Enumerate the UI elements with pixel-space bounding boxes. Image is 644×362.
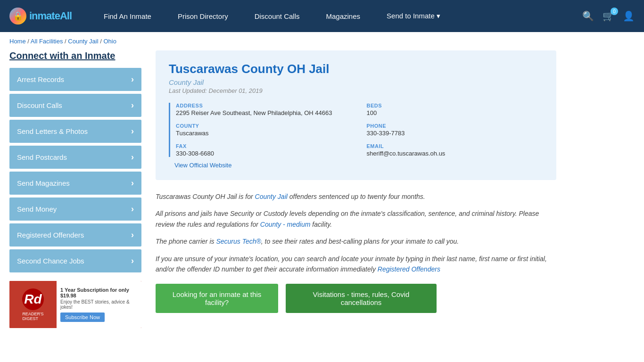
sidebar-item-second-chance-jobs[interactable]: Second Chance Jobs ›	[9, 249, 141, 272]
main-nav: 🔒 inmateAll Find An Inmate Prison Direct…	[0, 0, 644, 32]
securus-tech-link[interactable]: Securus Tech®	[216, 238, 261, 245]
bottom-buttons: Looking for an inmate at this facility? …	[156, 284, 556, 313]
cart-badge: 0	[611, 8, 618, 15]
address-block: ADDRESS 2295 Reiser Ave Southeast, New P…	[176, 103, 353, 116]
phone-value: 330-339-7783	[367, 130, 544, 137]
chevron-right-icon: ›	[131, 204, 134, 214]
sidebar-title: Connect with an Inmate	[9, 50, 141, 61]
chevron-right-icon: ›	[131, 152, 134, 162]
breadcrumb-all-facilities[interactable]: All Facilities	[31, 38, 63, 45]
address-value: 2295 Reiser Ave Southeast, New Philadelp…	[176, 109, 353, 116]
sidebar-item-send-letters[interactable]: Send Letters & Photos ›	[9, 120, 141, 143]
county-label: COUNTY	[176, 123, 353, 129]
email-value: sheriff@co.tuscarawas.oh.us	[367, 150, 544, 157]
description-para4: If you are unsure of your inmate's locat…	[156, 254, 556, 275]
phone-block: PHONE 330-339-7783	[367, 123, 544, 137]
email-block: EMAIL sheriff@co.tuscarawas.oh.us	[367, 143, 544, 157]
sidebar: Connect with an Inmate Arrest Records › …	[9, 50, 141, 328]
sidebar-item-send-postcards[interactable]: Send Postcards ›	[9, 146, 141, 169]
sidebar-item-arrest-records[interactable]: Arrest Records ›	[9, 68, 141, 91]
chevron-right-icon: ›	[131, 126, 134, 136]
breadcrumb-ohio[interactable]: Ohio	[103, 38, 116, 45]
ad-logo-label: READER'SDIGEST	[22, 312, 43, 321]
chevron-right-icon: ›	[131, 74, 134, 84]
chevron-right-icon: ›	[131, 178, 134, 188]
facility-card: Tuscarawas County OH Jail County Jail La…	[156, 50, 556, 180]
search-button[interactable]: 🔍	[582, 10, 594, 22]
breadcrumb-county-jail[interactable]: County Jail	[68, 38, 98, 45]
county-medium-link[interactable]: County - medium	[260, 221, 311, 228]
description-para1: Tuscarawas County OH Jail is for County …	[156, 191, 556, 202]
beds-label: BEDS	[367, 103, 544, 108]
facility-name: Tuscarawas County OH Jail	[169, 62, 543, 76]
sidebar-label-discount-calls: Discount Calls	[17, 101, 62, 109]
sidebar-label-second-chance-jobs: Second Chance Jobs	[17, 257, 84, 265]
subscribe-button[interactable]: Subscribe Now	[60, 313, 105, 322]
facility-info-grid: ADDRESS 2295 Reiser Ave Southeast, New P…	[169, 103, 543, 157]
sidebar-item-registered-offenders[interactable]: Registered Offenders ›	[9, 223, 141, 247]
facility-updated: Last Updated: December 01, 2019	[169, 87, 543, 94]
county-jail-link[interactable]: County Jail	[255, 193, 288, 200]
fax-block: FAX 330-308-6680	[176, 143, 353, 157]
nav-discount-calls[interactable]: Discount Calls	[241, 0, 313, 32]
visitations-button[interactable]: Visitations - times, rules, Covid cancel…	[286, 284, 437, 313]
description-para2: All prisons and jails have Security or C…	[156, 208, 556, 230]
ad-line1: 1 Year Subscription for only $19.98	[60, 287, 138, 298]
ad-content: 1 Year Subscription for only $19.98 Enjo…	[57, 281, 141, 328]
sidebar-label-registered-offenders: Registered Offenders	[17, 231, 84, 239]
description-section: Tuscarawas County OH Jail is for County …	[156, 191, 556, 274]
advertisement: Rd READER'SDIGEST 1 Year Subscription fo…	[9, 281, 141, 328]
registered-offenders-link[interactable]: Registered Offenders	[378, 265, 440, 273]
ad-inner: Rd READER'SDIGEST 1 Year Subscription fo…	[9, 281, 141, 328]
logo-text: inmateAll	[29, 10, 72, 22]
beds-value: 100	[367, 109, 544, 116]
email-label: EMAIL	[367, 143, 544, 149]
chevron-right-icon: ›	[131, 256, 134, 266]
fax-value: 330-308-6680	[176, 150, 353, 157]
fax-label: FAX	[176, 143, 353, 149]
find-inmate-button[interactable]: Looking for an inmate at this facility?	[156, 284, 278, 313]
ad-logo-area: Rd READER'SDIGEST	[9, 281, 57, 328]
sidebar-label-send-money: Send Money	[17, 205, 57, 213]
facility-type: County Jail	[169, 78, 543, 86]
phone-label: PHONE	[367, 123, 544, 129]
nav-prison-directory[interactable]: Prison Directory	[165, 0, 241, 32]
cart-button[interactable]: 🛒 0	[603, 10, 614, 22]
official-website-link[interactable]: View Official Website	[169, 162, 231, 169]
main-container: Connect with an Inmate Arrest Records › …	[0, 50, 566, 347]
nav-send-to-inmate[interactable]: Send to Inmate ▾	[373, 0, 454, 32]
sidebar-label-send-magazines: Send Magazines	[17, 179, 70, 187]
nav-links: Find An Inmate Prison Directory Discount…	[91, 0, 582, 32]
chevron-right-icon: ›	[131, 100, 134, 110]
main-content: Tuscarawas County OH Jail County Jail La…	[156, 50, 556, 328]
ad-line2: Enjoy the BEST stories, advice & jokes!	[60, 299, 138, 310]
sidebar-item-send-money[interactable]: Send Money ›	[9, 197, 141, 221]
account-button[interactable]: 👤	[623, 10, 635, 22]
beds-block: BEDS 100	[367, 103, 544, 116]
chevron-right-icon: ›	[131, 230, 134, 240]
county-block: COUNTY Tuscarawas	[176, 123, 353, 137]
sidebar-label-send-letters: Send Letters & Photos	[17, 127, 88, 135]
logo-icon: 🔒	[9, 8, 26, 25]
sidebar-item-discount-calls[interactable]: Discount Calls ›	[9, 94, 141, 117]
sidebar-label-arrest-records: Arrest Records	[17, 75, 64, 83]
county-value: Tuscarawas	[176, 130, 353, 137]
readers-digest-logo: Rd	[22, 288, 44, 310]
breadcrumb: Home / All Facilities / County Jail / Oh…	[0, 32, 644, 50]
breadcrumb-home[interactable]: Home	[9, 38, 26, 45]
address-label: ADDRESS	[176, 103, 353, 108]
nav-find-inmate[interactable]: Find An Inmate	[91, 0, 165, 32]
description-para3: The phone carrier is Securus Tech®, to s…	[156, 236, 556, 247]
sidebar-item-send-magazines[interactable]: Send Magazines ›	[9, 172, 141, 195]
nav-magazines[interactable]: Magazines	[313, 0, 374, 32]
sidebar-menu: Arrest Records › Discount Calls › Send L…	[9, 68, 141, 272]
nav-icons: 🔍 🛒 0 👤	[582, 10, 635, 22]
logo[interactable]: 🔒 inmateAll	[9, 8, 72, 25]
sidebar-label-send-postcards: Send Postcards	[17, 153, 67, 161]
